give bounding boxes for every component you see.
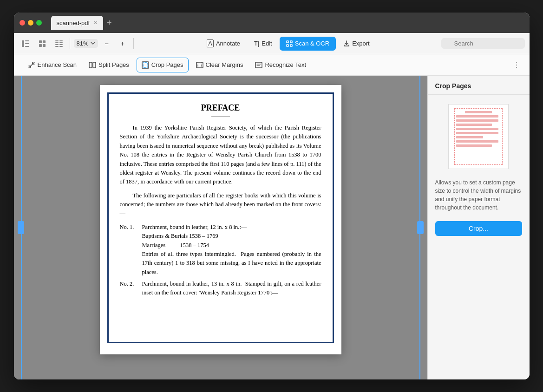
preview-line-2 — [456, 115, 498, 118]
export-label: Export — [352, 40, 370, 47]
list-content-1: Parchment, bound in leather, 12 in. x 8 … — [142, 223, 321, 277]
crop-button[interactable]: Crop... — [435, 221, 522, 236]
pdf-rule — [211, 117, 230, 117]
split-pages-button[interactable]: Split Pages — [84, 58, 134, 72]
crop-pages-label: Crop Pages — [151, 61, 183, 68]
svg-rect-0 — [22, 40, 24, 47]
toolbar-right: 🔍 — [441, 38, 525, 49]
toolbar-left — [19, 37, 66, 51]
svg-rect-8 — [55, 40, 59, 41]
preview-text-lines — [456, 111, 501, 162]
more-options[interactable]: ⋮ — [513, 60, 520, 69]
app-window: scanned-pdf ✕ + — [14, 13, 530, 379]
minimize-button[interactable] — [28, 20, 33, 26]
annotate-tab[interactable]: A Annotate — [200, 37, 247, 51]
tab-title: scanned-pdf — [57, 20, 90, 26]
edit-label: Edit — [262, 40, 272, 47]
preview-line-6 — [456, 132, 498, 134]
new-tab-button[interactable]: + — [105, 18, 114, 28]
svg-rect-12 — [59, 40, 63, 41]
toolbar-separator-1 — [70, 38, 70, 49]
svg-rect-9 — [55, 42, 59, 43]
zoom-plus-icon: + — [120, 39, 124, 47]
main-toolbar: 81% − + A Annotate T| Edit — [14, 33, 530, 54]
content-area: PREFACE In 1939 the Yorkshire Parish Reg… — [14, 76, 530, 379]
list-item-2: No. 2. Parchment, bound in leather, 13 i… — [120, 280, 321, 298]
title-bar: scanned-pdf ✕ + — [14, 13, 530, 33]
zoom-label: 81% — [77, 40, 89, 47]
split-pages-label: Split Pages — [98, 61, 129, 68]
svg-rect-15 — [59, 46, 63, 47]
svg-rect-19 — [290, 45, 292, 46]
svg-rect-13 — [59, 42, 63, 43]
preview-image — [448, 104, 509, 169]
pdf-viewer[interactable]: PREFACE In 1939 the Yorkshire Parish Reg… — [14, 76, 427, 379]
list-content-2: Parchment, bound in leather, 13 in. x 8 … — [142, 280, 321, 298]
recognize-text-label: Recognize Text — [265, 61, 306, 68]
svg-rect-20 — [89, 62, 92, 68]
svg-rect-1 — [25, 40, 29, 41]
svg-rect-10 — [55, 44, 59, 45]
zoom-minus-icon: − — [105, 39, 109, 47]
list-item-1: No. 1. Parchment, bound in leather, 12 i… — [120, 223, 321, 277]
search-input[interactable] — [441, 38, 525, 49]
tab-close-icon[interactable]: ✕ — [93, 20, 98, 26]
zoom-control[interactable]: 81% — [74, 39, 98, 48]
pdf-title: PREFACE — [120, 103, 321, 113]
pdf-body: In 1939 the Yorkshire Parish Register So… — [120, 124, 321, 298]
close-button[interactable] — [20, 20, 25, 26]
svg-rect-11 — [55, 46, 59, 47]
annotate-icon: A — [207, 39, 214, 47]
svg-rect-4 — [39, 40, 42, 43]
export-tab[interactable]: Export — [337, 37, 376, 51]
edit-tab[interactable]: T| Edit — [248, 37, 279, 51]
crop-pages-button[interactable]: Crop Pages — [137, 58, 189, 72]
crop-pages-icon — [142, 61, 149, 69]
scan-ocr-tab[interactable]: Scan & OCR — [280, 37, 336, 51]
svg-rect-5 — [43, 40, 46, 43]
chevron-down-icon — [91, 42, 95, 45]
crop-handle-left[interactable] — [18, 221, 24, 234]
enhance-scan-icon — [28, 61, 35, 69]
grid-view-button[interactable] — [35, 37, 49, 51]
sidebar-icon — [22, 40, 29, 47]
svg-rect-14 — [59, 44, 63, 45]
list-num-1: No. 1. — [120, 223, 138, 277]
panel-preview — [428, 95, 530, 174]
enhance-scan-button[interactable]: Enhance Scan — [23, 58, 82, 72]
crop-handle-right[interactable] — [417, 221, 424, 234]
svg-rect-7 — [43, 44, 46, 47]
toolbar-nav: A Annotate T| Edit Scan & OCR — [137, 37, 439, 51]
panel-description: Allows you to set a custom page size to … — [428, 174, 530, 219]
clear-margins-button[interactable]: Clear Margins — [191, 58, 248, 72]
maximize-button[interactable] — [36, 20, 42, 26]
preview-line-1 — [465, 111, 492, 113]
svg-rect-18 — [287, 45, 288, 46]
sidebar-toggle-button[interactable] — [19, 37, 33, 51]
svg-rect-21 — [93, 62, 96, 68]
export-icon — [343, 40, 350, 47]
preview-line-4 — [456, 124, 492, 126]
paragraph-2: The following are particulars of all the… — [120, 191, 321, 218]
list-num-2: No. 2. — [120, 280, 138, 298]
text-view-button[interactable] — [52, 37, 66, 51]
preview-line-7 — [456, 136, 483, 138]
svg-rect-27 — [255, 62, 262, 68]
annotate-label: Annotate — [216, 40, 240, 47]
scan-icon — [286, 40, 293, 47]
svg-rect-22 — [143, 63, 148, 67]
traffic-lights — [20, 20, 42, 26]
clear-margins-label: Clear Margins — [206, 61, 243, 68]
search-wrap: 🔍 — [441, 38, 525, 49]
preview-line-3 — [456, 119, 498, 122]
clear-margins-icon — [196, 61, 203, 69]
right-panel: Crop Pages — [427, 76, 530, 379]
recognize-text-button[interactable]: Recognize Text — [250, 58, 311, 72]
zoom-in-button[interactable]: + — [116, 37, 130, 51]
svg-rect-3 — [25, 46, 29, 47]
zoom-out-button[interactable]: − — [100, 37, 114, 51]
text-columns-icon — [55, 40, 63, 47]
preview-line-8 — [456, 140, 498, 143]
tab-area: scanned-pdf ✕ + — [51, 16, 114, 30]
active-tab[interactable]: scanned-pdf ✕ — [51, 16, 104, 30]
